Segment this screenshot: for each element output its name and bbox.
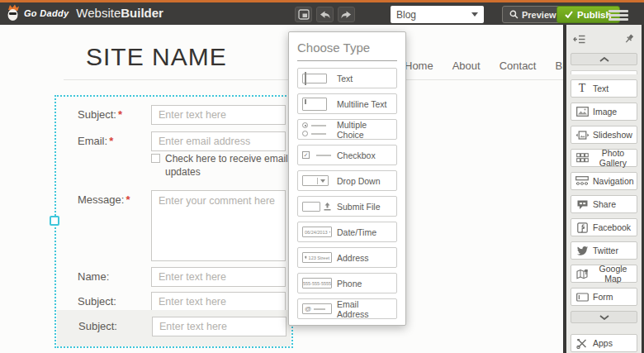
required-asterisk: *: [109, 135, 113, 147]
photo-gallery-icon: [575, 153, 590, 163]
tool-image[interactable]: Image: [571, 103, 637, 121]
field-type-checkbox[interactable]: Checkbox: [297, 145, 397, 165]
email-input[interactable]: [151, 131, 286, 151]
field-type-submit-file[interactable]: Submit File: [297, 196, 397, 217]
hamburger-menu-button[interactable]: [608, 7, 628, 22]
page-select[interactable]: Blog: [391, 6, 484, 23]
tool-slideshow[interactable]: Slideshow: [571, 126, 637, 144]
form-row-name: Name:: [56, 267, 291, 289]
tool-share[interactable]: Share: [571, 195, 637, 213]
field-type-phone[interactable]: 555-555-5555 Phone: [297, 273, 397, 293]
tool-google-map[interactable]: Google Map: [571, 265, 637, 283]
field-label: Subject:: [78, 320, 117, 332]
chevron-up-icon: [599, 57, 609, 62]
topbar: Go Daddy WebsiteBuilder Blog: [0, 0, 644, 25]
field-type-multiline-text[interactable]: Multiline Text: [297, 93, 397, 114]
sidebar-scroll-up-button[interactable]: [571, 53, 637, 65]
tool-twitter[interactable]: Twitter: [571, 241, 637, 260]
field-type-date-time[interactable]: 06/24/2013 Date/Time: [297, 222, 397, 242]
checkbox-field-icon: [302, 151, 337, 159]
undo-icon: [319, 10, 331, 20]
editor-canvas: SITE NAME Home About Contact Blog Subjec…: [0, 25, 644, 353]
apps-tools-icon: [575, 338, 590, 349]
brand: Go Daddy WebsiteBuilder: [6, 4, 163, 21]
email-address-icon: @: [302, 303, 337, 314]
choose-type-popup: Choose Type Text Multiline Text Multiple…: [288, 31, 406, 326]
site-navigation: Home About Contact Blog: [405, 60, 577, 72]
field-type-address[interactable]: 123 Street Address: [297, 247, 397, 268]
new-field-highlight-row[interactable]: Subject:: [57, 310, 291, 346]
widgets-panel-button[interactable]: [295, 7, 312, 22]
field-label: Subject:: [78, 295, 116, 308]
tool-apps[interactable]: Apps: [571, 334, 637, 352]
form-row-message: Message:*: [56, 190, 291, 212]
panel-frame-icon: [298, 9, 310, 20]
form-row-subject-3: Subject:: [57, 317, 291, 338]
magnifier-icon: [509, 10, 519, 19]
email-updates-option: Check here to receive email updates: [151, 152, 290, 179]
subject-input-2[interactable]: [151, 292, 286, 312]
form-icon: [575, 293, 590, 302]
field-type-drop-down[interactable]: Drop Down: [297, 170, 397, 191]
page-select-value: Blog: [396, 9, 416, 21]
popup-title: Choose Type: [297, 39, 397, 61]
checkbox-label: Check here to receive email updates: [165, 152, 290, 179]
image-icon: [575, 107, 590, 117]
text-field-icon: [302, 74, 337, 83]
nav-item-about[interactable]: About: [452, 60, 481, 72]
multiple-choice-icon: [302, 122, 337, 136]
undo-button[interactable]: [316, 7, 334, 22]
tool-text[interactable]: T Text: [571, 79, 637, 98]
multiline-text-icon: [302, 98, 337, 111]
field-label: Name:: [78, 270, 109, 283]
nav-item-home[interactable]: Home: [405, 60, 433, 72]
field-label: Message:: [78, 193, 124, 206]
subject-input[interactable]: [151, 105, 286, 125]
partially-scrolled-tool: [571, 70, 637, 74]
slideshow-icon: [575, 131, 590, 140]
collapse-panel-button[interactable]: [573, 34, 586, 45]
tool-photo-gallery[interactable]: Photo Gallery: [571, 149, 637, 167]
field-type-multiple-choice[interactable]: Multiple Choice: [297, 119, 397, 140]
form-row-subject: Subject:*: [56, 105, 291, 126]
tool-navigation[interactable]: Navigation: [571, 172, 637, 190]
drop-down-icon: [302, 175, 337, 186]
field-label: Subject:: [78, 108, 116, 121]
pin-icon: [623, 33, 635, 45]
subject-input-3[interactable]: [152, 317, 286, 336]
nav-item-contact[interactable]: Contact: [500, 60, 537, 72]
text-tool-icon: T: [575, 82, 590, 95]
tool-facebook[interactable]: Facebook: [571, 218, 637, 236]
navigation-icon: [575, 176, 590, 186]
address-icon: 123 Street: [302, 252, 337, 263]
pin-panel-button[interactable]: [623, 33, 635, 45]
app-window: Go Daddy WebsiteBuilder Blog: [0, 0, 644, 353]
form-widget-selection[interactable]: Subject:* Email:* Check here to receive …: [54, 95, 293, 348]
field-type-text[interactable]: Text: [297, 68, 397, 88]
preview-button[interactable]: Preview: [502, 6, 564, 23]
redo-button[interactable]: [338, 7, 355, 22]
google-map-icon: [575, 269, 590, 279]
chevron-down-icon: [599, 315, 609, 320]
tool-form[interactable]: Form: [571, 288, 637, 306]
sidebar-scroll-down-button[interactable]: [571, 311, 637, 323]
name-input[interactable]: [151, 267, 286, 287]
redo-icon: [340, 10, 353, 20]
form-row-email: Email:*: [56, 131, 291, 153]
brand-product-text: WebsiteBuilder: [76, 6, 163, 20]
selection-resize-handle[interactable]: [50, 216, 59, 226]
site-title[interactable]: SITE NAME: [86, 43, 227, 71]
message-textarea[interactable]: [151, 190, 286, 261]
submit-file-icon: [302, 202, 337, 212]
facebook-icon: [575, 222, 590, 233]
date-time-icon: 06/24/2013: [302, 227, 337, 237]
collapse-panel-icon: [573, 34, 586, 45]
phone-icon: 555-555-5555: [302, 278, 337, 289]
field-type-email-address[interactable]: @ Email Address: [297, 298, 397, 319]
required-asterisk: *: [118, 108, 122, 121]
brand-godaddy-text: Go Daddy: [24, 8, 69, 18]
field-label: Email:: [78, 135, 107, 147]
share-icon: [575, 199, 590, 210]
twitter-icon: [575, 246, 590, 256]
email-updates-checkbox[interactable]: [151, 154, 160, 163]
